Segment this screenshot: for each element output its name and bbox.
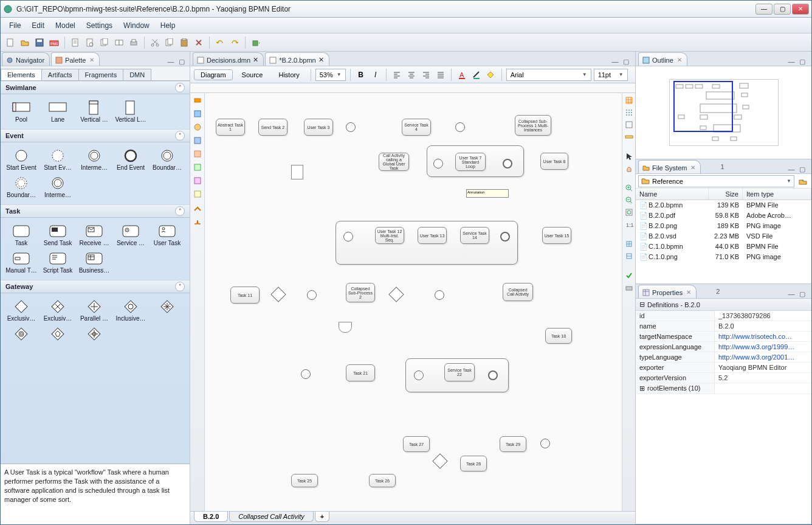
ptab-dmn[interactable]: DMN bbox=[123, 69, 151, 80]
pitem-intermediate-throw[interactable]: Interme… bbox=[40, 173, 76, 201]
canvas-task[interactable]: Service Task 22 bbox=[444, 363, 475, 381]
align-left-icon[interactable] bbox=[391, 69, 403, 81]
print-icon[interactable] bbox=[624, 283, 634, 293]
pitem-start-event-ni[interactable]: Start Ev… bbox=[40, 146, 76, 173]
copy-icon[interactable] bbox=[163, 37, 176, 49]
canvas-event[interactable] bbox=[435, 290, 444, 300]
gutter-icon[interactable] bbox=[193, 136, 202, 145]
pitem-send-task[interactable]: Send Task bbox=[40, 221, 76, 249]
pitem-vlane[interactable]: Vertical L… bbox=[112, 98, 149, 125]
ruler-icon[interactable] bbox=[624, 132, 634, 142]
new-icon[interactable] bbox=[4, 37, 16, 49]
bold-icon[interactable]: B bbox=[355, 69, 367, 81]
canvas-task[interactable]: User Task 15 bbox=[542, 227, 571, 244]
pitem-vpool[interactable]: Vertical … bbox=[76, 98, 112, 125]
property-row[interactable]: nameB.2.0 bbox=[636, 321, 811, 332]
canvas-task[interactable]: Call Activity calling a Global User Task bbox=[379, 153, 409, 171]
gutter-icon[interactable] bbox=[193, 109, 202, 119]
close-icon[interactable]: ✕ bbox=[677, 57, 682, 63]
canvas-task[interactable]: Task 28 bbox=[460, 456, 487, 471]
canvas-event[interactable] bbox=[503, 159, 512, 169]
canvas-task[interactable]: Task 29 bbox=[500, 436, 526, 452]
canvas-data-object[interactable] bbox=[291, 165, 303, 179]
pitem-end-event[interactable]: End Event bbox=[112, 146, 149, 173]
collapse-icon[interactable]: ⊟ bbox=[639, 301, 645, 308]
canvas-task[interactable]: Service Task 14 bbox=[460, 227, 489, 244]
group-task[interactable]: Task˄ bbox=[1, 204, 190, 218]
pitem-inclusive-gw[interactable]: Inclusive… bbox=[112, 297, 149, 324]
canvas-task[interactable]: Task 21 bbox=[346, 364, 375, 381]
close-button[interactable]: ✕ bbox=[792, 4, 809, 15]
tab-filesystem[interactable]: File System ✕ bbox=[638, 160, 701, 173]
ptab-elements[interactable]: Elements bbox=[1, 69, 42, 80]
align-justify-icon[interactable] bbox=[435, 69, 447, 81]
canvas-event[interactable] bbox=[343, 232, 353, 242]
pitem-pool[interactable]: Pool bbox=[3, 98, 40, 125]
group-swimlane[interactable]: Swimlane˄ bbox=[1, 81, 190, 94]
table-row[interactable]: 📄 B.2.0.png189 KBPNG image bbox=[636, 221, 811, 231]
minimize-view-icon[interactable]: — bbox=[787, 165, 796, 173]
property-row[interactable]: ⊞rootElements (10) bbox=[636, 383, 811, 394]
pitem-boundary-ni[interactable]: Boundar… bbox=[3, 173, 40, 201]
canvas-task[interactable]: User Task 12 Multi-Inst. Seq. bbox=[375, 227, 404, 244]
col-size[interactable]: Size bbox=[709, 189, 743, 200]
gutter-icon[interactable] bbox=[193, 189, 202, 199]
view-source-button[interactable]: Source bbox=[235, 69, 270, 80]
save-icon[interactable] bbox=[33, 37, 46, 49]
palette-body[interactable]: Swimlane˄ Pool Lane Vertical … Vertical … bbox=[1, 81, 190, 464]
canvas-gateway[interactable] bbox=[388, 287, 404, 302]
gutter-icon[interactable] bbox=[193, 216, 202, 226]
print-icon[interactable] bbox=[128, 37, 140, 49]
open-icon[interactable] bbox=[19, 37, 31, 49]
table-row[interactable]: 📄 B.2.0.vsd2.23 MBVSD File bbox=[636, 231, 811, 242]
tab-outline[interactable]: Outline ✕ bbox=[638, 52, 687, 66]
pitem-event-gw3[interactable] bbox=[76, 324, 112, 345]
close-icon[interactable]: ✕ bbox=[89, 57, 94, 63]
property-row[interactable]: targetNamespacehttp://www.trisotech.co… bbox=[636, 332, 811, 342]
menu-edit[interactable]: Edit bbox=[27, 19, 49, 32]
chevron-up-icon[interactable]: ˄ bbox=[175, 83, 185, 92]
cursor-icon[interactable] bbox=[624, 151, 634, 161]
canvas-task[interactable]: Send Task 2 bbox=[258, 119, 287, 136]
gutter-icon[interactable] bbox=[193, 122, 202, 132]
zoom-combo[interactable]: 53%▼ bbox=[315, 69, 346, 81]
font-size-combo[interactable]: 11pt▼ bbox=[594, 69, 628, 81]
grid-icon[interactable] bbox=[624, 96, 634, 105]
tab-properties[interactable]: Properties ✕ bbox=[638, 285, 697, 298]
paste-icon[interactable] bbox=[178, 37, 190, 49]
menu-window[interactable]: Window bbox=[119, 19, 154, 32]
line-color-icon[interactable] bbox=[470, 69, 483, 81]
close-icon[interactable]: ✕ bbox=[690, 164, 695, 171]
font-family-combo[interactable]: Arial▼ bbox=[506, 69, 591, 81]
col-name[interactable]: Name bbox=[636, 189, 709, 200]
canvas-event[interactable] bbox=[540, 439, 550, 448]
minimize-button[interactable]: — bbox=[755, 4, 772, 15]
canvas-event[interactable] bbox=[307, 290, 317, 300]
canvas-task[interactable]: User Task 7 Standard Loop bbox=[455, 153, 486, 171]
outline-body[interactable] bbox=[636, 66, 811, 159]
page-setup-icon[interactable] bbox=[69, 37, 81, 49]
canvas-data-store[interactable] bbox=[339, 322, 352, 333]
align-center-icon[interactable] bbox=[405, 69, 418, 81]
export-png-icon[interactable]: PNG bbox=[48, 37, 60, 49]
pitem-service-task[interactable]: Service … bbox=[112, 221, 149, 249]
chevron-up-icon[interactable]: ˄ bbox=[175, 206, 185, 216]
canvas-task[interactable]: Collapsed Call Activity bbox=[503, 283, 533, 301]
outline-minimap[interactable] bbox=[669, 79, 779, 146]
canvas-gateway[interactable] bbox=[432, 453, 447, 468]
canvas-event[interactable] bbox=[488, 370, 498, 380]
tab-palette[interactable]: Palette ✕ bbox=[51, 52, 100, 66]
canvas-task[interactable]: User Task 3 bbox=[304, 119, 333, 136]
gutter-icon[interactable] bbox=[193, 162, 202, 172]
pitem-manual-task[interactable]: Manual T… bbox=[3, 249, 40, 276]
canvas-task[interactable]: Task 25 bbox=[291, 474, 318, 487]
breadcrumb-extra[interactable]: 2 bbox=[716, 288, 720, 295]
canvas-gateway[interactable] bbox=[270, 287, 286, 302]
col-type[interactable]: Item type bbox=[743, 189, 811, 200]
canvas-task[interactable]: Task 11 bbox=[230, 287, 260, 304]
pitem-receive-task[interactable]: Receive … bbox=[76, 221, 112, 249]
chevron-up-icon[interactable]: ˄ bbox=[175, 282, 185, 291]
canvas-task[interactable]: Task 18 bbox=[545, 328, 572, 344]
table-row[interactable]: 📄 C.1.0.bpmn44.0 KBBPMN File bbox=[636, 242, 811, 252]
deploy-icon[interactable] bbox=[250, 37, 262, 49]
